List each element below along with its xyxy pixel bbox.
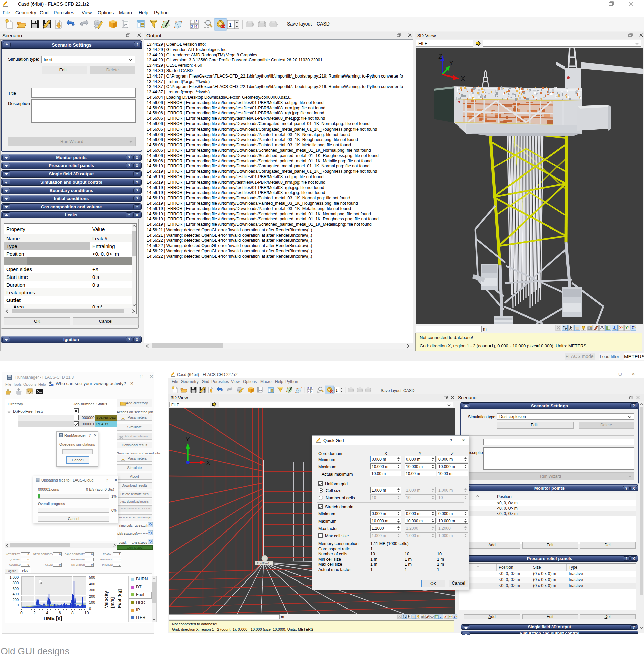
svg-text:1: 1 (307, 387, 309, 390)
svg-text:2: 2 (311, 387, 312, 390)
svg-text:3: 3 (307, 390, 309, 393)
svg-text:1: 1 (229, 22, 232, 27)
svg-text:X: X (206, 460, 210, 466)
svg-text:PoolFire1: PoolFire1 (257, 562, 270, 565)
svg-text:3: 3 (191, 24, 193, 28)
svg-text:X: X (445, 615, 446, 618)
svg-text:Z: Z (454, 615, 456, 618)
svg-text:1: 1 (191, 20, 193, 24)
svg-text:Z: Z (438, 53, 442, 60)
svg-text:2: 2 (195, 20, 197, 24)
svg-text:X: X (619, 326, 622, 330)
svg-text:Z: Z (631, 326, 634, 330)
svg-text:X: X (461, 75, 465, 82)
svg-text:4: 4 (195, 24, 197, 28)
svg-text:Y: Y (625, 326, 628, 330)
svg-text:Y: Y (449, 615, 451, 618)
svg-text:1: 1 (336, 389, 338, 392)
svg-text:4: 4 (311, 390, 312, 393)
svg-text:Y: Y (186, 436, 189, 443)
svg-text:Y: Y (449, 60, 454, 67)
